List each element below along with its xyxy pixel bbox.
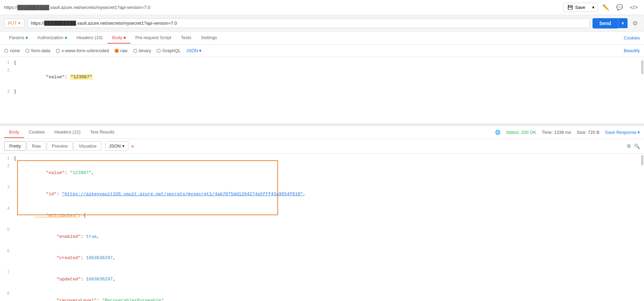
save-dropdown-arrow[interactable]: ▾	[589, 3, 597, 12]
method-select[interactable]: PUT ▾	[4, 19, 24, 28]
request-body-editor[interactable]: 1 { 2 "value": "123987" 3 }	[0, 57, 644, 124]
response-tab-cookies[interactable]: Cookies	[24, 127, 50, 138]
body-type-form-data[interactable]: form-data	[25, 48, 50, 53]
response-tab-test-results[interactable]: Test Results	[85, 127, 119, 138]
body-type-none[interactable]: none	[4, 48, 20, 53]
response-action-buttons: ⧉ 🔍	[627, 143, 640, 149]
tab-authorization[interactable]: Authorization	[33, 32, 72, 44]
search-icon-button[interactable]: 🔍	[634, 143, 640, 149]
cookies-link[interactable]: Cookies	[624, 35, 640, 40]
res-line-1: 1 {	[0, 155, 644, 162]
json-format-dropdown[interactable]: JSON ▾	[186, 48, 202, 53]
editor-scrollbar[interactable]	[641, 60, 643, 74]
body-type-raw[interactable]: raw	[115, 48, 128, 53]
save-button-group[interactable]: 💾 Save ▾	[563, 3, 598, 12]
copy-icon-button[interactable]: ⧉	[627, 143, 631, 149]
send-button-group[interactable]: Send ▾	[593, 18, 628, 28]
response-status-bar: 🌐 Status: 200 OK Time: 1338 ms Size: 720…	[495, 130, 640, 135]
radio-form-data	[25, 49, 30, 53]
save-icon: 💾	[567, 5, 573, 10]
sub-tab-visualize[interactable]: Visualize	[73, 141, 102, 151]
body-type-selector: none form-data x-www-form-urlencoded raw…	[0, 45, 644, 57]
body-type-binary[interactable]: binary	[133, 48, 151, 53]
code-icon-button[interactable]: </>	[628, 3, 640, 12]
settings-icon-button[interactable]: ⚙	[630, 18, 640, 28]
save-button[interactable]: 💾 Save	[563, 3, 589, 12]
url-bar: PUT ▾ Send ▾ ⚙	[0, 15, 644, 32]
req-line-1: 1 {	[0, 59, 644, 67]
size-label: Size: 720 B	[577, 130, 600, 135]
response-section: Body Cookies Headers (12) Test Results 🌐…	[0, 126, 644, 301]
send-dropdown-arrow[interactable]: ▾	[618, 18, 628, 28]
tab-params[interactable]: Params	[4, 32, 33, 44]
req-line-2: 2 "value": "123987"	[0, 67, 644, 88]
save-response-button[interactable]: Save Response ▾	[605, 130, 640, 135]
globe-icon: 🌐	[495, 130, 501, 135]
response-tabs-row: Body Cookies Headers (12) Test Results 🌐…	[0, 126, 644, 139]
body-type-urlencoded[interactable]: x-www-form-urlencoded	[56, 48, 109, 53]
res-line-5: 5 "enabled": true,	[0, 226, 644, 247]
response-tab-headers[interactable]: Headers (12)	[50, 127, 85, 138]
time-label: Time: 1338 ms	[542, 130, 571, 135]
radio-graphql	[157, 49, 161, 53]
status-label: Status: 200 OK	[506, 130, 536, 135]
method-label: PUT	[8, 21, 17, 26]
res-line-4: 4 "attributes": {	[0, 205, 644, 226]
tab-body[interactable]: Body	[107, 32, 131, 44]
response-format-tabs: Pretty Raw Preview Visualize JSON ▾ ≡	[4, 141, 134, 151]
radio-raw	[115, 49, 119, 53]
request-tabs-left: Params Authorization Headers (10) Body P…	[4, 32, 222, 44]
sub-tab-pretty[interactable]: Pretty	[4, 141, 26, 151]
json-dropdown-chevron: ▾	[122, 143, 125, 149]
beautify-button[interactable]: Beautify	[624, 48, 640, 53]
send-button[interactable]: Send	[593, 18, 618, 28]
sub-tab-preview[interactable]: Preview	[47, 141, 73, 151]
url-input[interactable]	[27, 18, 590, 28]
response-tab-body[interactable]: Body	[4, 127, 24, 138]
highlighted-value: "123987"	[70, 74, 93, 80]
tab-tests[interactable]: Tests	[176, 32, 196, 44]
top-bar: https://██████████.vault.azure.net/secre…	[0, 0, 644, 15]
response-body: 1 { 2 "value": "123987", 3 "id": "https:…	[0, 153, 644, 301]
res-line-3: 3 "id": "https://azkeyvault326.vault.azu…	[0, 184, 644, 205]
tab-headers[interactable]: Headers (10)	[72, 32, 107, 44]
req-line-3: 3 }	[0, 88, 644, 95]
res-line-8: 8 "recoveryLevel": "Recoverable+Purgeabl…	[0, 290, 644, 301]
radio-none	[4, 49, 8, 53]
res-line-6: 6 "created": 1663836297,	[0, 247, 644, 269]
tab-pre-request-script[interactable]: Pre-request Script	[130, 32, 176, 44]
radio-binary	[133, 49, 137, 53]
top-bar-actions: 💾 Save ▾ ✏️ 💬 </>	[563, 3, 640, 12]
res-line-7: 7 "updated": 1663836297,	[0, 269, 644, 290]
chat-icon-button[interactable]: 💬	[614, 3, 625, 12]
response-tabs-left: Body Cookies Headers (12) Test Results	[4, 127, 119, 138]
auth-dot	[65, 37, 67, 39]
response-scrollbar[interactable]	[641, 155, 643, 165]
response-json-dropdown[interactable]: JSON ▾	[105, 141, 128, 151]
filter-icon[interactable]: ≡	[131, 143, 134, 149]
edit-icon-button[interactable]: ✏️	[600, 3, 611, 12]
tab-settings[interactable]: Settings	[196, 32, 222, 44]
params-dot	[26, 37, 28, 39]
top-bar-url: https://██████████.vault.azure.net/secre…	[4, 5, 150, 10]
res-line-2: 2 "value": "123987",	[0, 162, 644, 184]
body-type-graphql[interactable]: GraphQL	[157, 48, 181, 53]
request-tabs: Params Authorization Headers (10) Body P…	[0, 32, 644, 45]
body-dot	[124, 37, 126, 39]
method-chevron: ▾	[18, 21, 21, 26]
response-sub-tabs: Pretty Raw Preview Visualize JSON ▾ ≡ ⧉ …	[0, 139, 644, 153]
radio-urlencoded	[56, 49, 60, 53]
sub-tab-raw[interactable]: Raw	[27, 141, 46, 151]
